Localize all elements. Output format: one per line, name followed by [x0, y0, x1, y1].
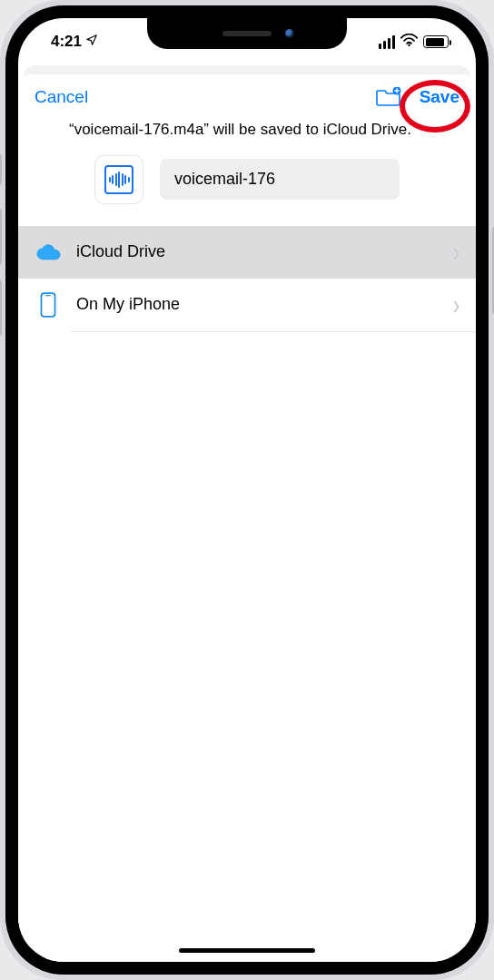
location-icon [85, 33, 98, 51]
file-thumbnail [94, 155, 143, 204]
volume-down-button [0, 279, 2, 336]
filename-input[interactable] [160, 159, 400, 200]
separator [71, 331, 476, 332]
location-row-on-my-iphone[interactable]: On My iPhone › [18, 279, 476, 331]
iphone-icon [35, 291, 62, 318]
cloud-icon [35, 239, 62, 266]
phone-body: 4:21 [5, 5, 489, 975]
speaker [222, 31, 272, 36]
svg-rect-2 [41, 293, 54, 317]
save-button[interactable]: Save [420, 87, 459, 107]
svg-rect-3 [45, 295, 50, 296]
location-row-icloud-drive[interactable]: iCloud Drive › [18, 226, 476, 279]
phone-frame: 4:21 [0, 0, 494, 980]
audio-waveform-icon [104, 165, 133, 194]
wifi-icon [400, 33, 418, 51]
location-label: iCloud Drive [76, 242, 439, 261]
battery-icon [423, 35, 449, 48]
cellular-signal-icon [379, 35, 395, 49]
screen: 4:21 [18, 18, 476, 962]
status-left: 4:21 [44, 33, 98, 51]
status-right [379, 33, 450, 51]
home-indicator[interactable] [179, 948, 315, 953]
save-to-files-sheet: Cancel Save “voicemail-176.m4a” will be … [18, 74, 476, 962]
status-time: 4:21 [51, 33, 82, 51]
chevron-right-icon: › [453, 289, 459, 321]
location-label: On My iPhone [76, 295, 439, 314]
new-folder-button[interactable] [376, 87, 401, 107]
file-preview-row [18, 153, 476, 226]
chevron-right-icon: › [453, 236, 459, 269]
notch [147, 18, 347, 49]
volume-up-button [0, 209, 2, 265]
save-prompt-text: “voicemail-176.m4a” will be saved to iCl… [18, 114, 476, 153]
new-folder-icon [376, 87, 401, 107]
location-list: iCloud Drive › On My iPhone › [18, 226, 476, 332]
svg-point-0 [408, 44, 410, 46]
front-camera [285, 29, 294, 38]
modal-nav-bar: Cancel Save [18, 74, 476, 114]
mute-switch [0, 154, 2, 185]
cancel-button[interactable]: Cancel [35, 87, 88, 107]
